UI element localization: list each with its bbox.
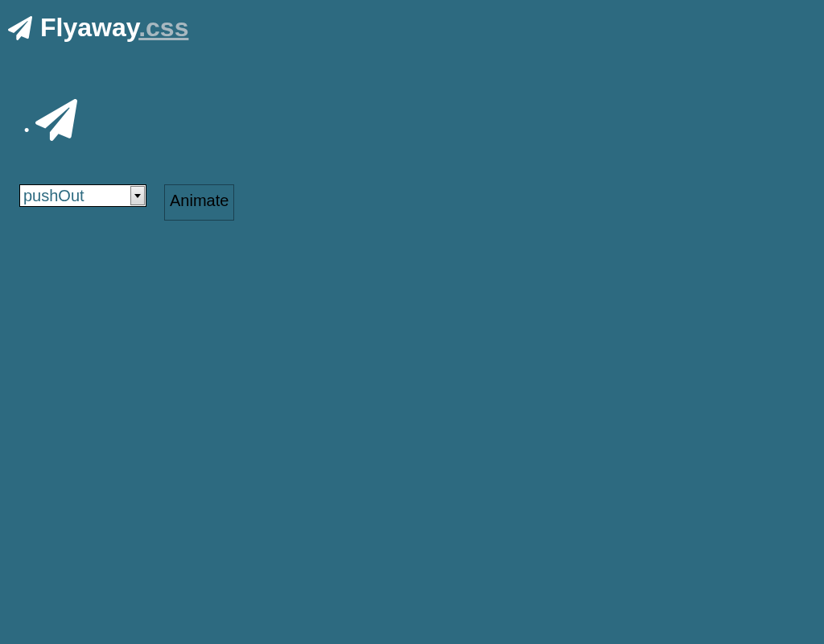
bullet-point: • [24,122,29,139]
page-header: Flyaway.css [8,13,816,43]
chevron-down-icon [130,186,145,205]
demo-area: • [24,99,816,144]
controls-row: pushOut Animate [19,184,816,221]
page-title: Flyaway.css [40,13,188,43]
select-value: pushOut [23,187,84,204]
animation-select[interactable]: pushOut [19,184,146,207]
title-main: Flyaway [40,13,138,42]
title-suffix: .css [138,13,188,42]
paper-plane-icon [35,99,77,144]
animate-button[interactable]: Animate [164,184,234,221]
paper-plane-icon [8,16,32,40]
